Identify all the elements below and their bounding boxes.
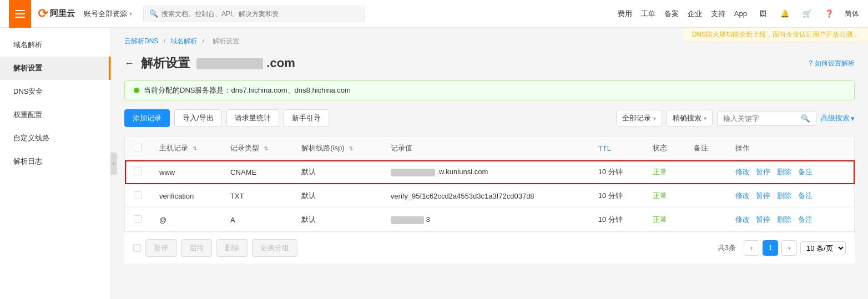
breadcrumb-current: 解析设置: [213, 37, 239, 45]
breadcrumb-domain[interactable]: 域名解析: [170, 37, 197, 45]
back-button[interactable]: ←: [124, 58, 134, 69]
import-export-button[interactable]: 导入/导出: [174, 109, 222, 127]
nav-right: 费用 工单 备案 企业 支持 App 🖼 🔔 🛒 ❓ 简体: [618, 7, 859, 21]
request-stats-button[interactable]: 请求量统计: [226, 109, 279, 127]
row3-pause-button[interactable]: 暂停: [756, 215, 770, 224]
dns-info-text: 当前分配的DNS服务器是：dns7.hichina.com、dns8.hichi…: [144, 85, 351, 95]
row2-host: verification: [150, 184, 221, 208]
question-circle-icon: ?: [809, 59, 813, 67]
hamburger-menu[interactable]: [9, 0, 31, 28]
table-header-checkbox[interactable]: [125, 136, 151, 160]
nav-item-support[interactable]: 支持: [711, 9, 725, 19]
search-button[interactable]: 🔍: [795, 112, 816, 125]
batch-delete-button[interactable]: 删除: [216, 239, 248, 257]
sidebar-item-weight[interactable]: 权重配置: [0, 103, 110, 126]
row2-type: TXT: [221, 184, 292, 208]
search-input[interactable]: [162, 10, 359, 18]
nav-item-fee[interactable]: 费用: [618, 9, 632, 19]
global-search[interactable]: 🔍: [143, 6, 365, 22]
logo-icon: ⟳: [38, 7, 48, 21]
row3-remark: [685, 208, 726, 232]
row1-delete-button[interactable]: 删除: [777, 168, 791, 176]
advanced-search-button[interactable]: 高级搜索 ▾: [821, 113, 855, 123]
help-icon[interactable]: ❓: [822, 7, 836, 21]
sidebar-collapse-button[interactable]: ‹: [110, 153, 117, 175]
row3-checkbox[interactable]: [134, 215, 142, 223]
row1-status: 正常: [644, 160, 685, 184]
table-header-host[interactable]: 主机记录 ⇅: [150, 136, 221, 160]
nav-item-enterprise[interactable]: 企业: [688, 9, 702, 19]
add-record-button[interactable]: 添加记录: [124, 109, 170, 127]
row2-checkbox-cell[interactable]: [125, 184, 151, 208]
row1-value: .w.kunlunsl.com: [382, 160, 589, 184]
sidebar-item-label: DNS安全: [13, 87, 43, 97]
row1-checkbox-cell[interactable]: [125, 160, 151, 184]
per-page-select[interactable]: 10 条/页 20 条/页 50 条/页: [800, 241, 846, 255]
next-page-button[interactable]: ›: [781, 240, 797, 256]
table-header-ttl: TTL: [589, 136, 644, 160]
row3-edit-button[interactable]: 修改: [735, 215, 750, 224]
bottom-select-all-checkbox[interactable]: [133, 244, 141, 252]
wizard-button[interactable]: 新手引导: [284, 109, 329, 127]
nav-item-ticket[interactable]: 工单: [641, 9, 655, 19]
records-toolbar: 添加记录 导入/导出 请求量统计 新手引导 全部记录 ▾ 精确搜索 ▾ 🔍 高级: [124, 109, 855, 127]
advanced-search-label: 高级搜索: [821, 113, 850, 123]
breadcrumb-dns[interactable]: 云解析DNS: [124, 37, 158, 45]
row2-status: 正常: [644, 184, 685, 208]
table-header-status: 状态: [644, 136, 685, 160]
sidebar-item-settings[interactable]: 解析设置: [0, 57, 110, 80]
row1-edit-button[interactable]: 修改: [735, 168, 750, 176]
page-header: ← 解析设置 .com ? 如何设置解析: [124, 55, 855, 72]
row2-remark-button[interactable]: 备注: [798, 191, 813, 200]
nav-item-beian[interactable]: 备案: [664, 9, 679, 19]
table-header-remark: 备注: [685, 136, 726, 160]
page-1-button[interactable]: 1: [763, 240, 778, 256]
row2-pause-button[interactable]: 暂停: [756, 191, 770, 200]
row1-remark-button[interactable]: 备注: [798, 168, 813, 176]
filter-all-label: 全部记录: [622, 113, 651, 123]
nav-item-app[interactable]: App: [734, 9, 747, 18]
row1-checkbox[interactable]: [134, 168, 142, 175]
row3-checkbox-cell[interactable]: [125, 208, 151, 232]
batch-pause-button[interactable]: 暂停: [145, 239, 176, 257]
row3-actions: 修改 暂停 删除 备注: [726, 208, 855, 232]
filter-precise-select[interactable]: 精确搜索 ▾: [667, 110, 713, 126]
sort-icon: ⇅: [193, 145, 197, 151]
bell-icon[interactable]: 🔔: [778, 7, 791, 21]
row3-host: @: [150, 208, 221, 232]
chevron-down-icon: ▾: [129, 11, 132, 17]
filter-all-select[interactable]: 全部记录 ▾: [616, 110, 662, 126]
sidebar-item-label: 解析日志: [13, 156, 42, 166]
top-nav: ⟳ 阿里云 账号全部资源 ▾ 🔍 费用 工单 备案 企业 支持 App 🖼 🔔 …: [0, 0, 868, 28]
row3-delete-button[interactable]: 删除: [777, 215, 791, 224]
prev-page-button[interactable]: ‹: [744, 240, 759, 256]
sidebar-item-domain[interactable]: 域名解析: [0, 33, 110, 57]
language-switch[interactable]: 简体: [845, 9, 859, 19]
batch-change-line-button[interactable]: 更换分组: [252, 239, 297, 257]
row2-edit-button[interactable]: 修改: [735, 191, 750, 200]
row2-remark: [685, 184, 726, 208]
main-content: 云解析DNS / 域名解析 / 解析设置 ← 解析设置 .com ? 如何设置解…: [111, 28, 868, 299]
row3-remark-button[interactable]: 备注: [798, 215, 813, 224]
row3-status: 正常: [644, 208, 685, 232]
table-header-type[interactable]: 记录类型 ⇅: [221, 136, 292, 160]
row2-delete-button[interactable]: 删除: [777, 191, 791, 200]
table-row: verification TXT 默认 verify_95f1c62ccd2a4…: [125, 184, 855, 208]
logo[interactable]: ⟳ 阿里云: [38, 7, 75, 21]
row1-pause-button[interactable]: 暂停: [756, 168, 770, 176]
batch-enable-button[interactable]: 启用: [181, 239, 212, 257]
sidebar-item-dns-security[interactable]: DNS安全: [0, 80, 110, 103]
row2-checkbox[interactable]: [134, 191, 142, 199]
table-header-value: 记录值: [382, 136, 589, 160]
table-header-line[interactable]: 解析线路(isp) ⇅: [292, 136, 382, 160]
account-menu[interactable]: 账号全部资源 ▾: [84, 9, 132, 19]
select-all-checkbox[interactable]: [134, 144, 142, 151]
keyword-search-input[interactable]: [718, 112, 795, 125]
sidebar-item-log[interactable]: 解析日志: [0, 150, 110, 173]
status-badge: 正常: [653, 168, 667, 176]
help-link[interactable]: ? 如何设置解析: [809, 59, 855, 68]
cart-icon[interactable]: 🛒: [800, 7, 814, 21]
sidebar-item-custom-line[interactable]: 自定义线路: [0, 126, 110, 150]
image-icon[interactable]: 🖼: [756, 7, 769, 21]
chevron-down-icon: ▾: [704, 115, 706, 121]
